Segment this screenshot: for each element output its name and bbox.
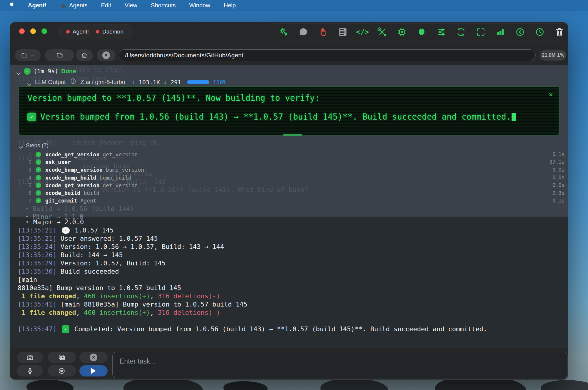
- path-clear-button[interactable]: ✕: [97, 49, 116, 61]
- folder-plus-icon: [56, 52, 63, 59]
- zoom-window-button[interactable]: [41, 29, 47, 34]
- brain-icon[interactable]: [417, 27, 427, 37]
- log-segment: Version: 1.0.56 → 1.0.57, Build: 143 → 1…: [56, 243, 224, 251]
- chip-icon[interactable]: [397, 27, 407, 37]
- log-segment: ,: [76, 309, 84, 317]
- undo-icon[interactable]: [515, 27, 525, 37]
- log-segment: [18, 309, 21, 317]
- voice-mode-button[interactable]: [48, 365, 76, 376]
- log-line: [13:35:41] [main 8810e35a] Bump version …: [18, 300, 564, 309]
- step-duration: 0.0s: [552, 167, 564, 173]
- menu-item-shortcuts[interactable]: Shortcuts: [151, 2, 176, 9]
- step-row[interactable]: 7✓git_commitAgent0.1s: [19, 197, 564, 205]
- chat-bubble-icon[interactable]: [298, 27, 308, 37]
- tab-daemon[interactable]: Daemon: [102, 29, 123, 35]
- terminal-line-1: Version bumped to **1.0.57 (145)**. Now …: [27, 93, 320, 103]
- step-check-icon: ✓: [36, 198, 41, 203]
- task-input-box[interactable]: [112, 352, 567, 378]
- menu-item-agents[interactable]: Agents: [60, 2, 87, 9]
- step-row[interactable]: 6✓xcode_buildbuild2.3s: [19, 189, 564, 197]
- log-segment: [13:35:36]: [18, 267, 56, 276]
- step-check-icon: ✓: [36, 159, 41, 165]
- llm-output-row[interactable]: LLM Output Z.ai / glm-5-turbo ↑ 103.1K ↓…: [27, 78, 226, 87]
- log-line: [13:35:36] Build succeeded: [18, 267, 564, 276]
- folder-new-button[interactable]: [45, 49, 74, 61]
- step-row[interactable]: 5✓xcode_get_versionget_version0.0s: [19, 181, 564, 189]
- log-segment: [main 8810e35a] Bump version to 1.0.57 b…: [56, 300, 247, 309]
- log-line: [13:35:29] Version: 1.0.57, Build: 145: [18, 259, 564, 267]
- x-circle-icon: ✕: [102, 51, 110, 59]
- home-button[interactable]: [76, 49, 93, 61]
- folder-icon: [21, 52, 28, 59]
- tokens-down-arrow: ↓: [163, 79, 167, 86]
- composer-clear-button[interactable]: ✕: [79, 352, 108, 363]
- sliders-icon[interactable]: [436, 27, 446, 37]
- home-icon: [81, 52, 88, 59]
- step-check-icon: ✓: [36, 190, 41, 196]
- memory-badge-text: 21.0M 1%: [542, 52, 564, 58]
- microphone-button[interactable]: [17, 365, 43, 376]
- folder-open-button[interactable]: [15, 49, 41, 61]
- history-icon[interactable]: [535, 27, 545, 37]
- path-field[interactable]: /Users/toddbruss/Documents/GitHub/Agent: [119, 49, 536, 61]
- step-row[interactable]: 4✓xcode_bump_buildbump_build0.0s: [19, 174, 564, 181]
- rock: [320, 378, 388, 390]
- session-duration: (1m 9s): [34, 68, 58, 75]
- tokens-in: 103.1K: [139, 79, 160, 86]
- apple-menu[interactable]: [9, 1, 14, 10]
- toolbar: </>: [279, 22, 564, 42]
- code-icon[interactable]: </>: [358, 27, 368, 37]
- menu-item-view[interactable]: View: [125, 2, 137, 9]
- step-row[interactable]: 2✓ask_user37.1s: [19, 158, 564, 166]
- step-row[interactable]: 3✓xcode_bump_versionbump_version0.0s: [19, 166, 564, 174]
- llm-terminal-output: Version bumped to **1.0.57 (145)**. Now …: [19, 86, 559, 135]
- step-action-name: bump_version: [106, 167, 144, 173]
- log-panel: game they'd like to play.[12:12:25] ─── …: [10, 65, 568, 348]
- server-icon[interactable]: [338, 27, 348, 37]
- log-segment: [13:35:47]: [18, 325, 56, 333]
- menu-item-edit[interactable]: Edit: [101, 2, 111, 9]
- log-segment: [13:35:21]: [18, 226, 56, 235]
- run-task-button[interactable]: [79, 365, 108, 376]
- log-segment: 1 file changed: [21, 309, 76, 317]
- menu-app-name[interactable]: Agent!: [28, 2, 46, 9]
- refresh-icon[interactable]: [456, 27, 466, 37]
- titlebar: Agent! Daemon </>: [10, 22, 568, 42]
- pathbar: ✕ /Users/toddbruss/Documents/GitHub/Agen…: [10, 49, 568, 61]
- log-segment: Build: 144 → 145: [56, 251, 123, 259]
- terminal-close-button[interactable]: ✕: [549, 90, 553, 98]
- step-action-name: get_version: [103, 182, 138, 188]
- close-window-button[interactable]: [19, 29, 25, 34]
- chevron-down-icon[interactable]: [16, 70, 21, 73]
- log-segment: User answered: 1.0.57 145: [56, 235, 158, 243]
- photos-button[interactable]: [48, 352, 76, 363]
- log-segment: [18, 292, 21, 300]
- ghost-line: • Build → 1.0.56 (build 144): [25, 205, 134, 212]
- x-circle-icon: ✕: [90, 354, 97, 361]
- chevron-down-icon[interactable]: [27, 81, 31, 84]
- trash-icon[interactable]: [554, 27, 564, 37]
- menu-item-window[interactable]: Window: [189, 2, 210, 9]
- rock: [223, 381, 268, 390]
- bar-chart-icon[interactable]: [495, 27, 505, 37]
- steps-header[interactable]: Steps (7): [19, 142, 49, 149]
- step-row[interactable]: 1✓xcode_get_versionget_version0.1s: [19, 150, 564, 158]
- tools-icon[interactable]: [377, 27, 387, 37]
- step-number: 5: [19, 182, 31, 188]
- minimize-window-button[interactable]: [30, 29, 36, 34]
- expand-icon[interactable]: [476, 27, 486, 37]
- task-input[interactable]: [113, 352, 567, 378]
- menu-item-help[interactable]: Help: [224, 2, 236, 9]
- apple-icon: [9, 1, 14, 8]
- session-status-row[interactable]: ✓ (1m 9s) Done: [16, 68, 76, 75]
- chevron-down-icon[interactable]: [19, 144, 23, 147]
- stop-hand-icon[interactable]: [318, 27, 328, 37]
- terminal-scrollbar-handle[interactable]: [283, 134, 302, 136]
- camera-icon: [26, 354, 34, 361]
- gears-icon[interactable]: [279, 27, 289, 37]
- path-text: /Users/toddbruss/Documents/GitHub/Agent: [125, 52, 243, 59]
- screenshot-button[interactable]: [17, 352, 43, 363]
- tokens-up-arrow: ↑: [132, 79, 135, 86]
- log-segment: Version: 1.0.57, Build: 145: [56, 259, 166, 267]
- tab-agent[interactable]: Agent!: [73, 29, 89, 35]
